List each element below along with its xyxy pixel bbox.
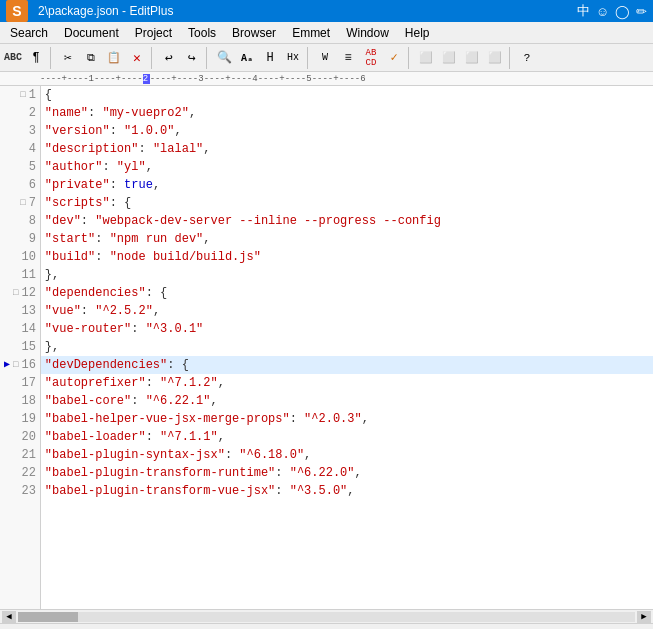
code-line-9: "start": "npm run dev", xyxy=(41,230,653,248)
line-num-22: 22 xyxy=(4,464,36,482)
code-line-4: "description": "lalal", xyxy=(41,140,653,158)
undo-btn[interactable]: ↩ xyxy=(158,47,180,69)
line-num-17: 17 xyxy=(4,374,36,392)
active-arrow-16: ▶ xyxy=(4,356,10,374)
box4-btn[interactable]: ⬜ xyxy=(484,47,506,69)
help-btn[interactable]: ? xyxy=(516,47,538,69)
sep3 xyxy=(206,47,210,69)
line-num-2: 2 xyxy=(4,104,36,122)
ln-19: 19 xyxy=(21,410,35,428)
cut-btn[interactable]: ✂ xyxy=(57,47,79,69)
line-num-15: 15 xyxy=(4,338,36,356)
smiley-icon: ☺ xyxy=(596,4,609,19)
fold-12[interactable]: □ xyxy=(13,284,18,302)
edit-icon: ✏ xyxy=(636,4,647,19)
code-line-5: "author": "yl", xyxy=(41,158,653,176)
line-num-3: 3 xyxy=(4,122,36,140)
code-line-11: }, xyxy=(41,266,653,284)
ln-11: 11 xyxy=(21,266,35,284)
menu-document[interactable]: Document xyxy=(56,22,127,44)
line-num-14: 14 xyxy=(4,320,36,338)
title-text: 2\package.json - EditPlus xyxy=(38,4,173,18)
code-line-22: "babel-plugin-transform-runtime": "^6.22… xyxy=(41,464,653,482)
fold-1[interactable]: □ xyxy=(20,86,25,104)
line-num-11: 11 xyxy=(4,266,36,284)
line-num-4: 4 xyxy=(4,140,36,158)
line-num-7: □ 7 xyxy=(4,194,36,212)
menu-browser[interactable]: Browser xyxy=(224,22,284,44)
ln-18: 18 xyxy=(21,392,35,410)
scroll-track[interactable] xyxy=(18,612,635,622)
lang-icon: 中 xyxy=(577,2,590,20)
redo-btn[interactable]: ↪ xyxy=(181,47,203,69)
box1-btn[interactable]: ⬜ xyxy=(415,47,437,69)
code-line-1: { xyxy=(41,86,653,104)
find-btn[interactable]: 🔍 xyxy=(213,47,235,69)
ln-10: 10 xyxy=(21,248,35,266)
ln-7: 7 xyxy=(29,194,36,212)
scroll-thumb[interactable] xyxy=(18,612,78,622)
ln-15: 15 xyxy=(21,338,35,356)
menu-help[interactable]: Help xyxy=(397,22,438,44)
fold-7[interactable]: □ xyxy=(20,194,25,212)
ln-8: 8 xyxy=(29,212,36,230)
sep1 xyxy=(50,47,54,69)
line-num-23: 23 xyxy=(4,482,36,500)
line-num-12: □ 12 xyxy=(4,284,36,302)
code-content[interactable]: { "name": "my-vuepro2", "version": "1.0.… xyxy=(41,86,653,609)
menu-tools[interactable]: Tools xyxy=(180,22,224,44)
font-btn[interactable]: H xyxy=(259,47,281,69)
line-num-13: 13 xyxy=(4,302,36,320)
line-num-1: □ 1 xyxy=(4,86,36,104)
code-area: □ 1 2 3 4 5 6 □ 7 8 9 10 11 □ 12 13 14 1… xyxy=(0,86,653,609)
check-btn[interactable]: ✓ xyxy=(383,47,405,69)
code-line-6: "private": true, xyxy=(41,176,653,194)
line-num-10: 10 xyxy=(4,248,36,266)
ln-5: 5 xyxy=(29,158,36,176)
line-num-16: ▶ □ 16 xyxy=(4,356,36,374)
ln-4: 4 xyxy=(29,140,36,158)
wrap-btn[interactable]: W xyxy=(314,47,336,69)
fold-16[interactable]: □ xyxy=(13,356,18,374)
menu-emmet[interactable]: Emmet xyxy=(284,22,338,44)
para-btn[interactable]: ¶ xyxy=(25,47,47,69)
list-btn[interactable]: ≡ xyxy=(337,47,359,69)
replace-btn[interactable]: Aₐ xyxy=(236,47,258,69)
menu-project[interactable]: Project xyxy=(127,22,180,44)
app-logo: S xyxy=(6,0,28,22)
ln-20: 20 xyxy=(21,428,35,446)
scroll-right-btn[interactable]: ▶ xyxy=(637,611,651,623)
code-line-7: "scripts": { xyxy=(41,194,653,212)
scrollbar-h[interactable]: ◀ ▶ xyxy=(0,609,653,623)
ruler-text: ----+----1----+----2----+----3----+----4… xyxy=(40,74,366,84)
menu-window[interactable]: Window xyxy=(338,22,397,44)
sep4 xyxy=(307,47,311,69)
code-line-23: "babel-plugin-transform-vue-jsx": "^3.5.… xyxy=(41,482,653,500)
code-line-19: "babel-helper-vue-jsx-merge-props": "^2.… xyxy=(41,410,653,428)
ln-17: 17 xyxy=(21,374,35,392)
code-line-8: "dev": "webpack-dev-server --inline --pr… xyxy=(41,212,653,230)
ln-1: 1 xyxy=(29,86,36,104)
ln-14: 14 xyxy=(21,320,35,338)
spell-btn[interactable]: ABCD xyxy=(360,47,382,69)
copy-btn[interactable]: ⧉ xyxy=(80,47,102,69)
menu-search[interactable]: Search xyxy=(2,22,56,44)
ln-12: 12 xyxy=(21,284,35,302)
scroll-left-btn[interactable]: ◀ xyxy=(2,611,16,623)
hex-btn[interactable]: Hx xyxy=(282,47,304,69)
abc-btn[interactable]: ABC xyxy=(2,47,24,69)
ln-22: 22 xyxy=(21,464,35,482)
box3-btn[interactable]: ⬜ xyxy=(461,47,483,69)
toolbar: ABC ¶ ✂ ⧉ 📋 ✕ ↩ ↪ 🔍 Aₐ H Hx W ≡ ABCD ✓ ⬜… xyxy=(0,44,653,72)
ln-3: 3 xyxy=(29,122,36,140)
title-right: 中 ☺ ◯ ✏ xyxy=(577,2,647,20)
ln-21: 21 xyxy=(21,446,35,464)
delete-btn[interactable]: ✕ xyxy=(126,47,148,69)
code-line-3: "version": "1.0.0", xyxy=(41,122,653,140)
title-bar: S 2\package.json - EditPlus 中 ☺ ◯ ✏ xyxy=(0,0,653,22)
box2-btn[interactable]: ⬜ xyxy=(438,47,460,69)
paste-btn[interactable]: 📋 xyxy=(103,47,125,69)
line-num-18: 18 xyxy=(4,392,36,410)
ln-9: 9 xyxy=(29,230,36,248)
status-bar xyxy=(0,623,653,629)
